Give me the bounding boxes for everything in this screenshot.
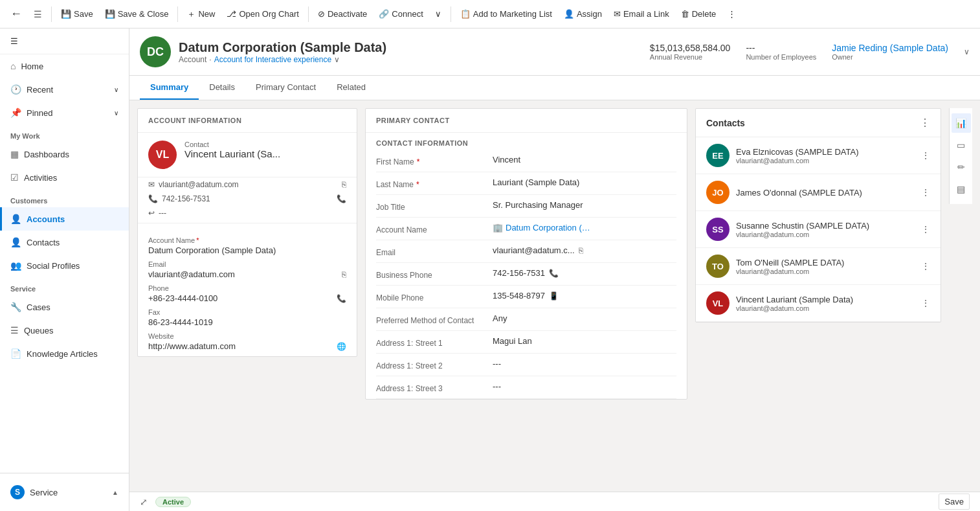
side-panel-chart-btn[interactable]: 📊: [952, 113, 971, 133]
website-field-icon[interactable]: 🌐: [337, 342, 346, 351]
contact-list-item-to: TO Tom O'Neill (SAMPLE DATA) vlauriant@a…: [696, 248, 941, 285]
experience-link[interactable]: Account for Interactive experience: [214, 55, 331, 64]
contact-menu-jo-icon[interactable]: ⋮: [921, 187, 930, 198]
record-header: DC Datum Corporation (Sample Data) Accou…: [129, 28, 980, 76]
contact-block: VL Contact Vincent Lauriant (Sa...: [138, 133, 357, 177]
phone-field-icon[interactable]: 📞: [337, 294, 346, 303]
contact-avatar-ee: EE: [706, 144, 729, 167]
customers-section-header: Customers: [0, 189, 129, 207]
sidebar-item-queues[interactable]: ☰ Queues: [0, 319, 129, 342]
deactivate-button[interactable]: ⊘ Deactivate: [313, 6, 372, 21]
sidebar-item-pinned[interactable]: 📌 Pinned ∨: [0, 101, 129, 124]
contact-menu-ee-icon[interactable]: ⋮: [921, 150, 930, 161]
business-phone-icon[interactable]: 📞: [549, 269, 559, 278]
dashboards-icon: ▦: [10, 149, 19, 159]
owner-chevron-icon[interactable]: ∨: [964, 47, 970, 56]
status-bar-save-button[interactable]: Save: [939, 494, 970, 510]
open-org-chart-button[interactable]: ⎇ Open Org Chart: [221, 6, 304, 21]
email-field-icon[interactable]: ⎘: [342, 270, 346, 279]
contact-name-jo[interactable]: James O'donnal (SAMPLE DATA): [736, 188, 915, 198]
contact-menu-to-icon[interactable]: ⋮: [921, 261, 930, 271]
contact-menu-ss-icon[interactable]: ⋮: [921, 224, 930, 234]
address-street3-label: Address 1: Street 3: [376, 381, 493, 393]
address-street1-value: Magui Lan: [493, 336, 676, 346]
save-icon: 💾: [61, 9, 71, 19]
more-chevron-button[interactable]: ∨: [430, 6, 447, 21]
business-phone-label: Business Phone: [376, 268, 493, 280]
email-a-link-button[interactable]: ✉ Email a Link: [608, 6, 674, 21]
home-icon: ⌂: [10, 61, 16, 71]
form-row-email: Email vlauriant@adatum.c... ⎘: [376, 240, 676, 263]
side-panel-edit-btn[interactable]: ✏: [952, 157, 971, 177]
tab-related[interactable]: Related: [326, 76, 376, 100]
sidebar-service-switcher[interactable]: S Service ▲: [0, 479, 129, 506]
contact-avatar-ss: SS: [706, 218, 729, 241]
sidebar-item-dashboards[interactable]: ▦ Dashboards: [0, 142, 129, 166]
record-subtitle: Account · Account for Interactive experi…: [179, 55, 642, 64]
add-to-marketing-list-button[interactable]: 📋 Add to Marketing List: [455, 6, 557, 21]
sidebar-item-social-profiles[interactable]: 👥 Social Profiles: [0, 254, 129, 277]
phone-call-icon[interactable]: 📞: [337, 194, 346, 203]
owner-label: Owner: [832, 53, 948, 61]
tab-summary[interactable]: Summary: [140, 76, 199, 100]
owner-value[interactable]: Jamie Reding (Sample Data): [832, 43, 948, 53]
status-badge[interactable]: Active: [155, 497, 191, 507]
sidebar-item-contacts[interactable]: 👤 Contacts: [0, 231, 129, 254]
sidebar-item-recent[interactable]: 🕐 Recent ∨: [0, 78, 129, 101]
contact-email-detail: ✉ vlauriant@adatum.com ⎘: [138, 177, 357, 192]
tab-primary-contact[interactable]: Primary Contact: [245, 76, 326, 100]
contact-name-ee[interactable]: Eva Elznicovas (SAMPLE DATA): [736, 147, 915, 157]
back-button[interactable]: ←: [5, 5, 27, 23]
side-panel-table-btn[interactable]: ▤: [952, 179, 971, 199]
contacts-card-menu-icon[interactable]: ⋮: [920, 117, 930, 129]
mobile-phone-icon[interactable]: 📱: [549, 291, 559, 301]
toolbar-divider-4: [451, 6, 451, 22]
contacts-card: Contacts ⋮ EE Eva Elznicovas (SAMPLE DAT…: [695, 108, 941, 323]
contact-menu-vl-icon[interactable]: ⋮: [921, 298, 930, 308]
account-info-card: ACCOUNT INFORMATION VL Contact Vincent L…: [137, 108, 357, 357]
contact-info-jo: James O'donnal (SAMPLE DATA): [736, 188, 915, 198]
sidebar-bottom: S Service ▲: [0, 473, 129, 511]
email-form-icon[interactable]: ⎘: [579, 246, 583, 255]
sidebar-item-accounts[interactable]: 👤 Accounts: [0, 207, 129, 231]
toolbar-ellipsis-button[interactable]: ⋮: [722, 6, 741, 21]
view-button[interactable]: ☰: [28, 6, 47, 22]
delete-button[interactable]: 🗑 Delete: [676, 6, 722, 21]
deactivate-icon: ⊘: [318, 9, 325, 19]
contact-name-vl[interactable]: Vincent Lauriant (Sample Data): [736, 295, 915, 304]
tab-details[interactable]: Details: [199, 76, 245, 100]
connect-button[interactable]: 🔗 Connect: [373, 6, 428, 21]
status-bar: ⤢ Active Save: [129, 492, 980, 511]
contact-list-item-ee: EE Eva Elznicovas (SAMPLE DATA) vlaurian…: [696, 137, 941, 174]
address-street2-label: Address 1: Street 2: [376, 359, 493, 370]
email-copy-icon[interactable]: ⎘: [342, 180, 346, 189]
assign-button[interactable]: 👤 Assign: [559, 6, 607, 21]
form-row-address-street2: Address 1: Street 2 ---: [376, 354, 676, 376]
sidebar-item-home[interactable]: ⌂ Home: [0, 54, 129, 78]
save-button[interactable]: 💾 Save: [56, 6, 98, 21]
account-info-header: ACCOUNT INFORMATION: [138, 109, 357, 133]
side-panel-list-btn[interactable]: ▭: [952, 135, 971, 155]
form-row-business-phone: Business Phone 742-156-7531 📞: [376, 263, 676, 286]
recent-chevron-icon: ∨: [114, 86, 118, 93]
contact-name-to[interactable]: Tom O'Neill (SAMPLE DATA): [736, 258, 915, 267]
expand-icon[interactable]: ⤢: [140, 497, 148, 507]
sidebar-item-cases[interactable]: 🔧 Cases: [0, 295, 129, 319]
contact-name-ss[interactable]: Susanne Schustin (SAMPLE DATA): [736, 221, 915, 231]
sidebar-item-activities[interactable]: ☑ Activities: [0, 166, 129, 189]
pinned-chevron-icon: ∨: [114, 109, 118, 117]
toolbar-divider-1: [51, 6, 52, 22]
status-bar-right: Save: [939, 494, 970, 510]
save-close-button[interactable]: 💾 Save & Close: [100, 6, 174, 21]
sidebar-item-knowledge-articles[interactable]: 📄 Knowledge Articles: [0, 342, 129, 365]
delete-icon: 🗑: [681, 9, 689, 19]
business-phone-value: 742-156-7531 📞: [493, 268, 676, 278]
account-name-link[interactable]: 🏢 Datum Corporation (…: [493, 223, 590, 233]
address-street2-value: ---: [493, 359, 676, 369]
contact-block-name[interactable]: Vincent Lauriant (Sa...: [184, 148, 346, 159]
record-meta: $15,013,658,584.00 Annual Revenue --- Nu…: [650, 43, 970, 61]
new-button[interactable]: ＋ New: [182, 6, 220, 23]
pinned-icon: 📌: [10, 108, 21, 118]
sidebar-hamburger[interactable]: ☰: [0, 28, 129, 54]
first-name-required: *: [417, 157, 420, 166]
